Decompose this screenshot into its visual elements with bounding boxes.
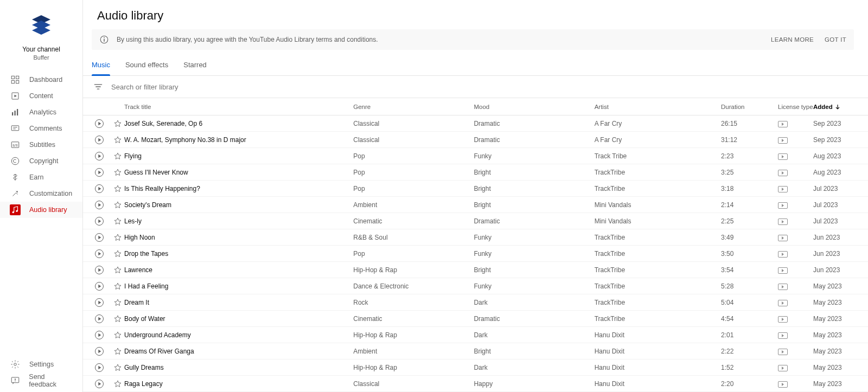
sidebar-item-earn[interactable]: Earn <box>0 169 82 185</box>
sidebar-item-subtitles[interactable]: Subtitles <box>0 137 82 153</box>
play-button[interactable] <box>93 345 106 358</box>
track-title[interactable]: Is This Really Happening? <box>124 185 353 192</box>
track-license[interactable] <box>778 136 813 144</box>
track-artist[interactable]: A Far Cry <box>595 136 721 144</box>
track-title[interactable]: Dreams Of River Ganga <box>124 348 353 355</box>
channel-avatar[interactable] <box>28 12 55 39</box>
play-button[interactable] <box>93 117 106 130</box>
sidebar-item-copyright[interactable]: Copyright <box>0 153 82 169</box>
track-genre[interactable]: Pop <box>353 169 474 176</box>
track-genre[interactable]: Pop <box>353 250 474 258</box>
star-button[interactable] <box>111 361 124 374</box>
track-mood[interactable]: Funky <box>474 234 594 241</box>
col-mood[interactable]: Mood <box>474 104 594 110</box>
col-artist[interactable]: Artist <box>595 104 721 110</box>
track-license[interactable] <box>778 152 813 160</box>
track-mood[interactable]: Bright <box>474 169 594 176</box>
track-mood[interactable]: Funky <box>474 152 594 160</box>
track-genre[interactable]: Classical <box>353 120 474 127</box>
track-mood[interactable]: Funky <box>474 282 594 290</box>
track-genre[interactable]: Ambient <box>353 348 474 355</box>
track-genre[interactable]: Cinematic <box>353 315 474 323</box>
track-mood[interactable]: Dark <box>474 299 594 306</box>
col-added[interactable]: Added <box>813 104 854 110</box>
track-mood[interactable]: Dark <box>474 331 594 339</box>
track-license[interactable] <box>778 234 813 241</box>
search-input[interactable] <box>111 79 854 94</box>
track-title[interactable]: Society's Dream <box>124 201 353 209</box>
track-mood[interactable]: Dramatic <box>474 315 594 323</box>
play-button[interactable] <box>93 231 106 244</box>
track-artist[interactable]: TrackTribe <box>595 250 721 258</box>
track-title[interactable]: I Had a Feeling <box>124 282 353 290</box>
play-button[interactable] <box>93 377 106 390</box>
play-button[interactable] <box>93 182 106 195</box>
sidebar-item-content[interactable]: Content <box>0 88 82 104</box>
sidebar-item-analytics[interactable]: Analytics <box>0 104 82 120</box>
play-button[interactable] <box>93 166 106 179</box>
sidebar-item-audio-library[interactable]: Audio library <box>0 202 82 218</box>
track-artist[interactable]: Hanu Dixit <box>595 364 721 371</box>
play-button[interactable] <box>93 280 106 293</box>
track-license[interactable] <box>778 380 813 388</box>
track-title[interactable]: Raga Legacy <box>124 380 353 388</box>
learn-more-button[interactable]: LEARN MORE <box>771 36 814 43</box>
tab-starred[interactable]: Starred <box>183 55 207 75</box>
star-button[interactable] <box>111 264 124 277</box>
star-button[interactable] <box>111 117 124 130</box>
track-artist[interactable]: Mini Vandals <box>595 217 721 225</box>
track-license[interactable] <box>778 266 813 274</box>
track-artist[interactable]: TrackTribe <box>595 169 721 176</box>
star-button[interactable] <box>111 345 124 358</box>
track-artist[interactable]: TrackTribe <box>595 299 721 306</box>
track-title[interactable]: Drop the Tapes <box>124 250 353 258</box>
track-mood[interactable]: Dark <box>474 364 594 371</box>
track-mood[interactable]: Dramatic <box>474 136 594 144</box>
play-button[interactable] <box>93 329 106 342</box>
col-genre[interactable]: Genre <box>353 104 474 110</box>
track-mood[interactable]: Bright <box>474 201 594 209</box>
filter-icon[interactable] <box>93 81 104 92</box>
track-genre[interactable]: R&B & Soul <box>353 234 474 241</box>
track-title[interactable]: Dream It <box>124 299 353 306</box>
track-artist[interactable]: Hanu Dixit <box>595 348 721 355</box>
star-button[interactable] <box>111 182 124 195</box>
track-title[interactable]: Les-ly <box>124 217 353 225</box>
track-license[interactable] <box>778 315 813 323</box>
track-genre[interactable]: Cinematic <box>353 217 474 225</box>
col-title[interactable]: Track title <box>124 104 353 110</box>
col-license[interactable]: License type <box>778 104 813 110</box>
star-button[interactable] <box>111 215 124 228</box>
track-artist[interactable]: A Far Cry <box>595 120 721 127</box>
track-genre[interactable]: Classical <box>353 136 474 144</box>
play-button[interactable] <box>93 150 106 163</box>
track-license[interactable] <box>778 120 813 127</box>
star-button[interactable] <box>111 231 124 244</box>
track-genre[interactable]: Hip-Hop & Rap <box>353 364 474 371</box>
star-button[interactable] <box>111 329 124 342</box>
track-mood[interactable]: Happy <box>474 380 594 388</box>
track-mood[interactable]: Bright <box>474 185 594 192</box>
track-genre[interactable]: Rock <box>353 299 474 306</box>
play-button[interactable] <box>93 361 106 374</box>
track-genre[interactable]: Hip-Hop & Rap <box>353 331 474 339</box>
track-title[interactable]: Underground Academy <box>124 331 353 339</box>
track-genre[interactable]: Dance & Electronic <box>353 282 474 290</box>
track-title[interactable]: Flying <box>124 152 353 160</box>
track-license[interactable] <box>778 364 813 371</box>
play-button[interactable] <box>93 133 106 146</box>
sidebar-item-settings[interactable]: Settings <box>0 356 82 372</box>
track-artist[interactable]: Track Tribe <box>595 152 721 160</box>
track-license[interactable] <box>778 169 813 176</box>
track-genre[interactable]: Ambient <box>353 201 474 209</box>
star-button[interactable] <box>111 133 124 146</box>
star-button[interactable] <box>111 296 124 309</box>
got-it-button[interactable]: GOT IT <box>825 36 846 43</box>
track-artist[interactable]: TrackTribe <box>595 282 721 290</box>
play-button[interactable] <box>93 264 106 277</box>
star-button[interactable] <box>111 198 124 211</box>
track-title[interactable]: Guess I'll Never Know <box>124 169 353 176</box>
track-mood[interactable]: Bright <box>474 266 594 274</box>
track-genre[interactable]: Pop <box>353 185 474 192</box>
track-artist[interactable]: TrackTribe <box>595 185 721 192</box>
